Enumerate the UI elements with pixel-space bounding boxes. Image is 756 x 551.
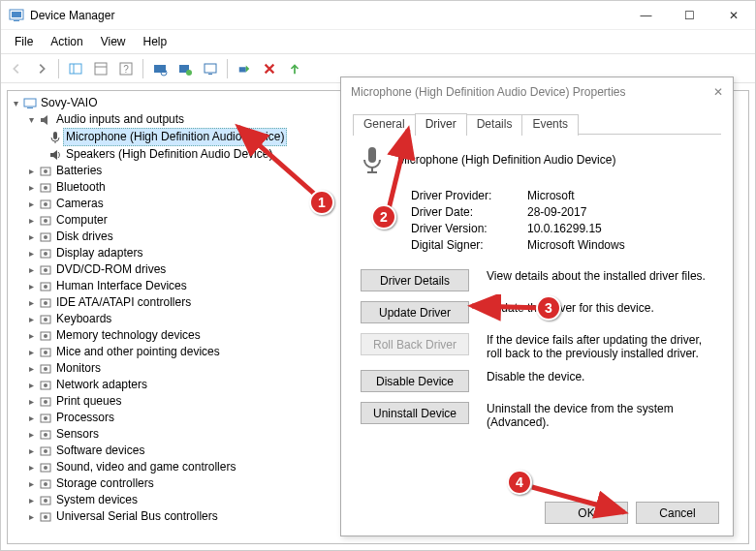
expander-icon[interactable]: ▸ [25,508,37,525]
tree-category-label: Batteries [56,163,102,179]
svg-rect-15 [239,67,246,72]
enable-device-button[interactable] [233,58,256,79]
menu-help[interactable]: Help [136,32,175,51]
provider-value: Microsoft [527,189,575,202]
category-icon [38,361,53,377]
svg-point-51 [44,416,47,420]
svg-point-25 [44,202,47,206]
expander-icon[interactable]: ▸ [25,393,37,410]
back-button[interactable] [5,58,28,79]
expander-icon[interactable]: ▸ [25,179,37,196]
expander-icon[interactable]: ▾ [10,95,21,111]
dialog-close-button[interactable]: ✕ [713,85,723,99]
menu-file[interactable]: File [7,32,41,51]
expander-icon[interactable]: ▸ [25,311,37,327]
titlebar: Device Manager — ☐ ✕ [1,1,755,30]
tree-category-label: Mice and other pointing devices [56,344,220,360]
svg-point-57 [44,466,47,470]
svg-rect-64 [368,147,376,163]
show-hide-tree-button[interactable] [64,58,87,79]
properties-button[interactable] [89,58,112,79]
svg-point-49 [44,400,47,404]
expander-icon[interactable]: ▸ [25,459,37,475]
update-driver-button[interactable] [283,58,306,79]
svg-rect-1 [12,12,21,17]
expander-icon[interactable]: ▸ [25,278,37,294]
svg-point-12 [186,70,192,76]
expander-icon[interactable]: ▸ [25,426,37,443]
expander-icon[interactable]: ▸ [25,196,37,212]
tree-category-label: Software devices [56,443,144,459]
tab-general[interactable]: General [353,114,416,136]
expander-icon[interactable]: ▸ [25,360,37,377]
version-label: Driver Version: [411,222,527,235]
help-button[interactable]: ? [114,58,138,79]
maximize-button[interactable]: ☐ [668,1,711,30]
uninstall-device-button[interactable] [258,58,281,79]
category-icon [38,262,53,278]
expander-icon[interactable]: ▸ [25,410,37,426]
tree-category-label: Display adapters [56,245,142,261]
category-icon [38,279,53,294]
microphone-icon [47,130,63,145]
expander-icon[interactable]: ▸ [25,443,37,459]
expander-icon[interactable]: ▸ [25,229,37,245]
svg-point-33 [44,268,47,272]
uninstall-device-button[interactable]: Uninstall Device [361,402,469,424]
expander-icon[interactable]: ▸ [25,475,37,492]
expander-icon[interactable]: ▸ [25,377,37,393]
uninstall-device-desc: Uninstall the device from the system (Ad… [487,402,717,429]
tree-category-label: Memory technology devices [56,327,201,344]
tab-events[interactable]: Events [521,114,579,136]
tree-category-label: Computer [56,212,108,229]
svg-point-61 [44,499,47,503]
expander-icon[interactable]: ▸ [25,327,37,344]
category-icon [38,164,53,179]
tree-category-label: Human Interface Devices [56,278,187,294]
cancel-button[interactable]: Cancel [636,502,719,524]
dialog-title: Microphone (High Definition Audio Device… [351,85,713,99]
monitor-button[interactable] [199,58,222,79]
device-name: Microphone (High Definition Audio Device… [397,153,615,167]
app-icon [9,8,24,23]
tree-category-label: System devices [56,492,138,508]
tab-details[interactable]: Details [466,114,523,136]
driver-details-button[interactable]: Driver Details [361,269,469,291]
tree-category-label: Storage controllers [56,475,154,492]
category-icon [38,460,53,475]
minimize-button[interactable]: — [624,1,668,30]
expander-icon[interactable]: ▸ [25,344,37,360]
expander-icon[interactable]: ▸ [25,294,37,311]
tree-category-label: DVD/CD-ROM drives [56,261,166,278]
scan-hardware-button[interactable] [148,58,172,79]
disable-device-button[interactable]: Disable Device [361,370,469,392]
update-driver-button[interactable]: Update Driver [361,301,469,323]
annotation-callout-3: 3 [536,295,561,321]
tree-category-label: Cameras [56,196,104,212]
svg-rect-3 [70,64,81,74]
ok-button[interactable]: OK [545,502,628,524]
menu-action[interactable]: Action [43,32,90,51]
svg-rect-16 [24,99,36,107]
expander-icon[interactable]: ▸ [25,245,37,261]
add-legacy-button[interactable] [173,58,197,79]
expander-icon[interactable]: ▸ [25,261,37,278]
tree-category-label: Sound, video and game controllers [56,459,236,475]
svg-rect-5 [95,63,107,75]
close-button[interactable]: ✕ [711,1,755,30]
dialog-titlebar: Microphone (High Definition Audio Device… [341,77,733,107]
tree-category-label: Universal Serial Bus controllers [56,508,218,525]
category-icon [38,328,53,344]
annotation-callout-1: 1 [309,190,334,215]
expander-icon[interactable]: ▸ [25,163,37,179]
tab-driver[interactable]: Driver [415,113,467,135]
tree-category-label: IDE ATA/ATAPI controllers [56,294,191,311]
forward-button[interactable] [30,58,53,79]
svg-point-59 [44,482,47,486]
expander-icon[interactable]: ▸ [25,492,37,508]
menu-view[interactable]: View [93,32,134,51]
category-icon [38,345,53,360]
expander-icon[interactable]: ▾ [25,111,37,128]
tree-category-label: Sensors [56,426,99,443]
expander-icon[interactable]: ▸ [25,212,37,229]
